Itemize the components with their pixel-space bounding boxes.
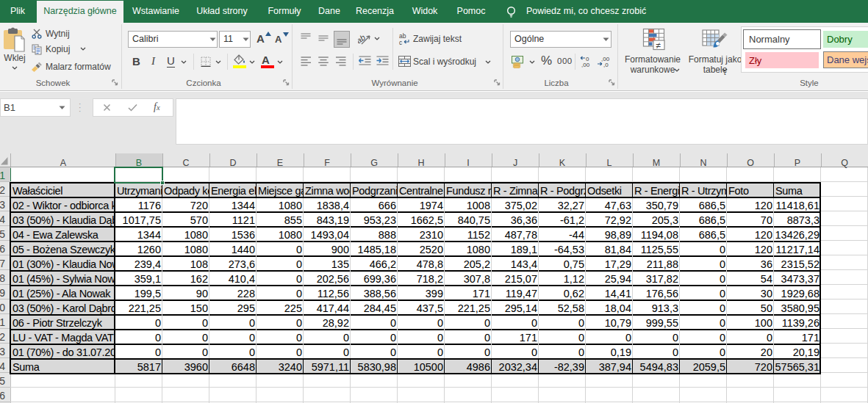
svg-text:,00: ,00 <box>581 62 590 68</box>
svg-text:≠: ≠ <box>656 40 661 51</box>
svg-text:,0: ,0 <box>603 62 609 68</box>
